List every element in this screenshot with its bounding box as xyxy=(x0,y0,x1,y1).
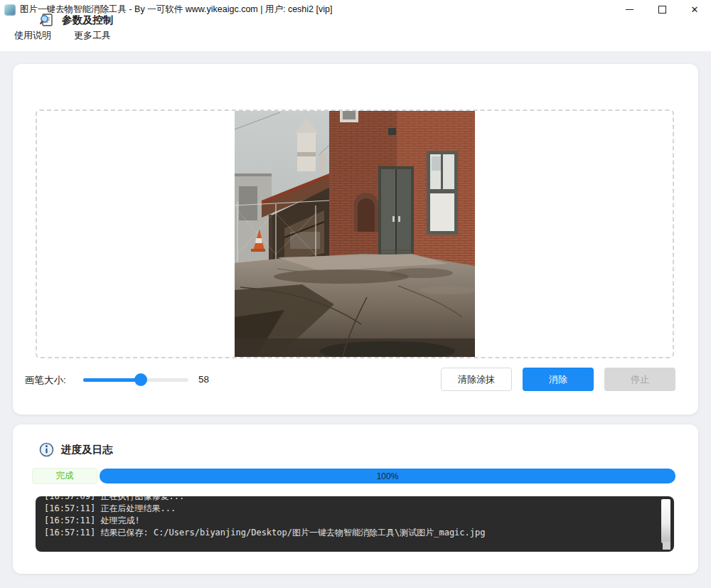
log-line: [16:57:09] 正在执行图像修复... xyxy=(44,496,653,503)
preview-image xyxy=(235,111,475,357)
progress-bar: 100% xyxy=(100,469,675,483)
log-lines: [16:57:09] 正在执行图像修复... [16:57:11] 正在后处理结… xyxy=(44,496,653,539)
app-window: 图片一键去物智能消除工具 - By 一可软件 www.yikeaigc.com … xyxy=(0,0,711,588)
brush-size-slider[interactable] xyxy=(83,368,188,392)
params-title: 参数及控制 xyxy=(62,14,114,27)
log-scrollbar-thumb[interactable] xyxy=(661,499,670,543)
log-area[interactable]: [16:57:09] 正在执行图像修复... [16:57:11] 正在后处理结… xyxy=(36,496,674,552)
progress-title: 进度及日志 xyxy=(61,443,113,456)
pavement xyxy=(235,254,475,357)
minimize-button[interactable] xyxy=(613,0,646,19)
progress-panel: 进度及日志 完成 100% [16:57:09] 正在执行图像修复... [16… xyxy=(13,424,698,574)
brick-building xyxy=(329,111,475,269)
door xyxy=(378,166,414,259)
slider-fill xyxy=(83,378,141,382)
clear-smear-button[interactable]: 清除涂抹 xyxy=(441,368,512,391)
status-badge: 完成 xyxy=(32,468,97,484)
progress-percent-label: 100% xyxy=(377,471,399,481)
params-header: 参数及控制 xyxy=(39,12,114,28)
controls-row: 画笔大小: 58 清除涂抹 消除 停止 xyxy=(13,368,698,392)
log-line: [16:57:11] 处理完成! xyxy=(44,515,653,527)
menu-usage-instructions[interactable]: 使用说明 xyxy=(14,29,51,42)
progress-header: 进度及日志 xyxy=(39,442,113,457)
remove-button[interactable]: 消除 xyxy=(523,368,594,391)
log-scrollbar-corner xyxy=(663,542,670,550)
slider-thumb[interactable] xyxy=(134,373,147,386)
log-line: [16:57:11] 结果已保存: C:/Users/biyanjing/Des… xyxy=(44,527,653,539)
image-preview-area[interactable] xyxy=(36,109,674,358)
maximize-icon xyxy=(658,6,666,14)
stop-button[interactable]: 停止 xyxy=(604,368,675,391)
menu-more-tools[interactable]: 更多工具 xyxy=(74,29,111,42)
window xyxy=(427,151,458,235)
info-icon xyxy=(39,442,54,457)
log-line: [16:57:11] 正在后处理结果... xyxy=(44,503,653,515)
progress-row: 完成 100% xyxy=(13,468,698,485)
maximize-button[interactable] xyxy=(646,0,678,19)
document-search-icon xyxy=(39,12,55,28)
window-controls: ✕ xyxy=(613,0,711,19)
brush-size-value: 58 xyxy=(198,374,209,385)
app-logo-icon xyxy=(4,4,16,16)
close-icon: ✕ xyxy=(691,5,699,14)
params-panel: 参数及控制 xyxy=(13,64,698,415)
minimize-icon xyxy=(626,9,634,10)
close-button[interactable]: ✕ xyxy=(678,0,711,19)
brush-size-label: 画笔大小: xyxy=(25,374,66,387)
